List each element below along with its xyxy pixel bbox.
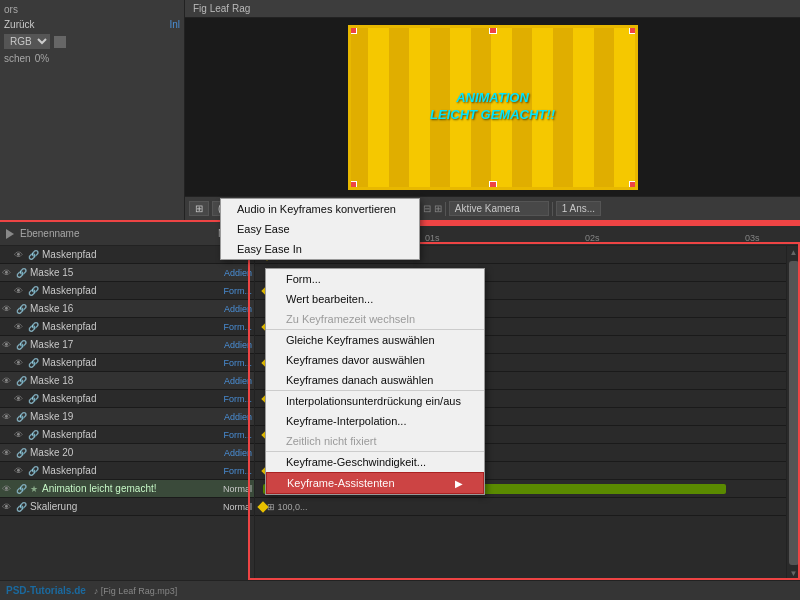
layer-name: Maskenpfad	[42, 321, 215, 332]
eye-icon[interactable]: 👁	[2, 340, 14, 350]
context-menu-item-form[interactable]: Form...	[266, 269, 484, 289]
layer-name: Maske 16	[30, 303, 215, 314]
layer-row: 👁 🔗 Maske 16 Addien	[0, 300, 254, 318]
toolbar-grid-icon[interactable]: ⊞	[189, 201, 209, 216]
scroll-thumb[interactable]	[789, 261, 799, 565]
eye-icon[interactable]: 👁	[2, 484, 14, 494]
animation-layer-row: 👁 🔗 ★ Animation leicht gemacht! Normal	[0, 480, 254, 498]
eye-icon[interactable]: 👁	[14, 250, 26, 260]
link-icon: 🔗	[28, 394, 40, 404]
eye-icon[interactable]: 👁	[14, 430, 26, 440]
scroll-down-arrow[interactable]: ▼	[788, 567, 800, 580]
context-menu-item-danach[interactable]: Keyframes danach auswählen	[266, 370, 484, 390]
toolbar-camera-select[interactable]: Aktive Kamera	[449, 201, 549, 216]
toolbar-views[interactable]: 1 Ans...	[556, 201, 601, 216]
layer-mode[interactable]: Form...	[217, 322, 252, 332]
submenu-arrow-icon: ▶	[455, 478, 463, 489]
eye-icon[interactable]: 👁	[14, 358, 26, 368]
layer-row: 👁 🔗 Maske 20 Addien	[0, 444, 254, 462]
layer-name: Maske 19	[30, 411, 215, 422]
preview-title-bar: Fig Leaf Rag	[185, 0, 800, 18]
layer-row: 👁 🔗 Maskenpfad Form...	[0, 390, 254, 408]
link-icon: 🔗	[16, 304, 28, 314]
fig-leaf-label: ♪ [Fig Leaf Rag.mp3]	[94, 586, 178, 596]
link-icon: 🔗	[28, 322, 40, 332]
preview-canvas-area: ANIMATION LEICHT GEMACHT!!	[185, 18, 800, 196]
colors-arrow	[54, 36, 66, 48]
layer-mode[interactable]: Form...	[217, 430, 252, 440]
context-menu-item-wert[interactable]: Wert bearbeiten...	[266, 289, 484, 309]
context-menu-item-assistenten[interactable]: Keyframe-Assistenten ▶	[266, 472, 484, 494]
link-icon: 🔗	[16, 412, 28, 422]
toolbar-grid3-icon: ⊞	[434, 203, 442, 214]
context-menu-item-interpolation[interactable]: Interpolationsunterdrückung ein/aus	[266, 390, 484, 411]
skalierung-layer-mode[interactable]: Normal	[223, 502, 252, 512]
eye-icon[interactable]: 👁	[14, 394, 26, 404]
eye-icon[interactable]: 👁	[2, 412, 14, 422]
link-icon: 🔗	[16, 376, 28, 386]
link-icon: 🔗	[16, 502, 28, 512]
context-menu-item-geschwindigkeit[interactable]: Keyframe-Geschwindigkeit...	[266, 451, 484, 472]
link-icon: 🔗	[28, 466, 40, 476]
layer-name: Maskenpfad	[42, 393, 215, 404]
submenu-item-easyeasein[interactable]: Easy Ease In	[221, 239, 419, 259]
animation-layer-mode[interactable]: Normal	[223, 484, 252, 494]
layer-mode[interactable]: Addien	[217, 448, 252, 458]
layer-mode[interactable]: Form...	[217, 466, 252, 476]
layer-mode[interactable]: Form...	[217, 358, 252, 368]
scroll-up-arrow[interactable]: ▲	[788, 246, 800, 259]
eye-icon[interactable]: 👁	[14, 322, 26, 332]
context-menu-item-gleiche[interactable]: Gleiche Keyframes auswählen	[266, 329, 484, 350]
context-menu-item-zeitlich[interactable]: Zeitlich nicht fixiert	[266, 431, 484, 451]
context-menu-item-keyframe-interp[interactable]: Keyframe-Interpolation...	[266, 411, 484, 431]
layer-mode[interactable]: Addien	[217, 412, 252, 422]
colors-header: ors	[4, 4, 180, 15]
link-icon: 🔗	[16, 448, 28, 458]
schen-label: schen	[4, 53, 31, 64]
layer-mode[interactable]: Form...	[217, 394, 252, 404]
eye-icon[interactable]: 👁	[2, 448, 14, 458]
link-icon: 🔗	[28, 286, 40, 296]
layer-list: 👁 🔗 Maskenpfad Form... 👁 🔗 Maske 15 Addi…	[0, 246, 255, 580]
layer-row: 👁 🔗 Maskenpfad Form...	[0, 354, 254, 372]
eye-icon[interactable]: 👁	[2, 502, 14, 512]
submenu-item-easyease[interactable]: Easy Ease	[221, 219, 419, 239]
layer-row: 👁 🔗 Maske 17 Addien	[0, 336, 254, 354]
toolbar-divider4	[445, 202, 446, 216]
colors-back-label[interactable]: Zurück	[4, 19, 35, 30]
animation-layer-name: Animation leicht gemacht!	[42, 483, 221, 494]
layer-name: Maskenpfad	[42, 249, 215, 260]
layer-mode[interactable]: Addien	[217, 268, 252, 278]
colors-nav: Zurück Inl	[4, 19, 180, 30]
layer-name: Maskenpfad	[42, 429, 215, 440]
eye-icon[interactable]: 👁	[2, 376, 14, 386]
eye-icon[interactable]: 👁	[2, 304, 14, 314]
link-icon: 🔗	[28, 358, 40, 368]
eye-icon[interactable]: 👁	[2, 268, 14, 278]
rgb-select[interactable]: RGB	[4, 34, 50, 49]
skalierung-layer-name: Skalierung	[30, 501, 221, 512]
skalierung-layer-row: 👁 🔗 Skalierung Normal	[0, 498, 254, 516]
preview-canvas: ANIMATION LEICHT GEMACHT!!	[348, 25, 638, 190]
layer-row: 👁 🔗 Maske 15 Addien	[0, 264, 254, 282]
layer-row: 👁 🔗 Maskenpfad Form...	[0, 426, 254, 444]
link-icon: 🔗	[16, 340, 28, 350]
layer-mode[interactable]: Addien	[217, 340, 252, 350]
colors-inl-label[interactable]: Inl	[169, 19, 180, 30]
eye-icon[interactable]: 👁	[14, 466, 26, 476]
layer-name: Maske 20	[30, 447, 215, 458]
bottom-status-bar: PSD-Tutorials.de ♪ [Fig Leaf Rag.mp3]	[0, 580, 800, 600]
layer-mode[interactable]: Form...	[217, 286, 252, 296]
layer-mode[interactable]: Addien	[217, 304, 252, 314]
play-button[interactable]	[6, 229, 14, 239]
eye-icon[interactable]: 👁	[14, 286, 26, 296]
context-menu-item-keyframetime[interactable]: Zu Keyframezeit wechseln	[266, 309, 484, 329]
star-icon: ★	[30, 484, 38, 494]
skalierung-keyframe-row: ⊞ 100,0...	[255, 498, 786, 516]
layer-mode[interactable]: Addien	[217, 376, 252, 386]
context-menu-item-davor[interactable]: Keyframes davor auswählen	[266, 350, 484, 370]
right-scrollbar[interactable]: ▲ ▼	[786, 246, 800, 580]
ruler-mark-2: 02s	[585, 233, 600, 243]
submenu-item-audio[interactable]: Audio in Keyframes konvertieren	[221, 199, 419, 219]
colors-panel: ors Zurück Inl RGB schen 0%	[0, 0, 185, 220]
